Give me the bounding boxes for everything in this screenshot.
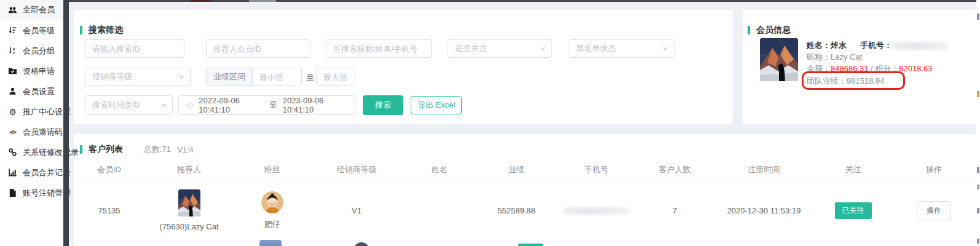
balance-label: 余额： xyxy=(807,64,831,73)
cell-action: 操作 xyxy=(891,181,976,240)
table-row: 75135 (75630)Lazy Cat 肥仔 V1 xyxy=(74,181,976,240)
folder-check-icon xyxy=(8,66,17,76)
clock-icon xyxy=(186,101,193,109)
follow-select[interactable]: 是否关注 xyxy=(448,39,552,58)
keyword-input[interactable] xyxy=(326,40,431,57)
search-id-input[interactable] xyxy=(85,40,184,57)
date-end: 2023-09-06 10:41:10 xyxy=(283,96,347,114)
member-nickname: Lazy Cat xyxy=(831,52,862,62)
link-icon xyxy=(8,148,17,157)
referrer-name: (75630)Lazy Cat xyxy=(159,222,218,231)
users-icon xyxy=(8,6,17,15)
cell-dealer-level: V1 xyxy=(310,181,403,240)
sidebar-item-merge-log[interactable]: 会员合并记录 xyxy=(0,162,63,183)
phone-redacted xyxy=(563,207,630,215)
sidebar: 全部会员 会员等级 AZ 会员分组 资格申请 会员设置 ⚙ 推广中心设置 </>… xyxy=(0,0,63,246)
member-info-panel: 会员信息 姓名：焯水手机号： 昵称：Lazy Cat 余额：848686.31 … xyxy=(743,10,976,124)
performance-range-group: 业绩区间 xyxy=(206,68,302,86)
sidebar-item-label: 全部会员 xyxy=(23,4,55,15)
date-start: 2022-09-06 10:41:10 xyxy=(199,96,263,114)
sidebar-item-invite-code[interactable]: </> 会员邀请码 xyxy=(0,122,63,142)
row-action-button[interactable]: 操作 xyxy=(917,201,951,220)
title-accent-bar xyxy=(80,145,82,154)
referrer-id-input[interactable] xyxy=(207,40,310,57)
next-row-partial-element xyxy=(518,244,543,246)
total-count: 总数:71 xyxy=(144,144,171,155)
member-admin-page: { "sidebar": { "items": [ {"label": "全部会… xyxy=(0,0,980,246)
search-button[interactable]: 搜索 xyxy=(363,95,403,115)
sidebar-item-member-levels[interactable]: 会员等级 xyxy=(0,20,63,41)
sidebar-item-qualification[interactable]: 资格申请 xyxy=(0,61,63,81)
fan-name: 肥仔 xyxy=(264,219,280,230)
cell-phone xyxy=(556,181,636,240)
sidebar-item-relation-chain-log[interactable]: 关系链修改记录 xyxy=(0,142,63,162)
sidebar-item-member-groups[interactable]: AZ 会员分组 xyxy=(0,41,63,61)
team-performance-line: 团队业绩：981518.94 xyxy=(807,76,884,87)
blacklist-select[interactable]: 黑名单状态 xyxy=(569,39,674,58)
performance-max-input-wrap xyxy=(316,68,355,86)
performance-range-label: 业绩区间 xyxy=(207,68,253,85)
referrer-id-input-wrap xyxy=(206,39,310,58)
followed-badge: 已关注 xyxy=(835,202,872,219)
col-member-id: 会员ID xyxy=(74,159,144,181)
sidebar-divider-bar xyxy=(63,0,69,246)
customer-table: 会员ID 推荐人 粉丝 经销商等级 姓名 业绩 手机号 客户人数 注册时间 关注… xyxy=(74,159,976,240)
col-register-time: 注册时间 xyxy=(713,159,815,181)
date-range-picker[interactable]: 2022-09-06 10:41:10 至 2023-09-06 10:41:1… xyxy=(178,95,355,115)
export-excel-button[interactable]: 导出 Excel xyxy=(411,96,462,114)
cell-name xyxy=(403,181,476,240)
sidebar-item-all-members[interactable]: 全部会员 xyxy=(0,0,63,20)
member-info-title: 会员信息 xyxy=(748,25,791,36)
next-row-avatar-partial xyxy=(259,240,282,246)
col-fan: 粉丝 xyxy=(234,159,310,181)
right-edge-window-sliver xyxy=(976,0,980,246)
balance-value: 848686.31 xyxy=(831,64,868,73)
file-icon xyxy=(8,188,17,197)
sidebar-item-label: 关系链修改记录 xyxy=(23,147,79,158)
fan-avatar xyxy=(261,191,283,213)
col-name: 姓名 xyxy=(403,159,476,181)
dealer-level-select[interactable]: 经销商等级 xyxy=(85,68,191,86)
points-value: 62018.63 xyxy=(899,64,932,73)
sidebar-item-label: 会员分组 xyxy=(23,46,55,57)
time-type-select[interactable]: 搜索时间类型 xyxy=(85,95,173,115)
code-icon: </> xyxy=(8,127,17,137)
svg-text:Z: Z xyxy=(13,50,15,55)
gear-icon: ⚙ xyxy=(8,107,17,116)
sidebar-item-promotion-settings[interactable]: ⚙ 推广中心设置 xyxy=(0,101,63,122)
bar-chart-icon xyxy=(8,168,17,177)
col-performance: 业绩 xyxy=(476,159,556,181)
main-content: 搜索筛选 是否关注 黑名单状态 经销商等级 业绩区间 至 xyxy=(69,0,980,246)
date-separator: 至 xyxy=(269,100,277,111)
cell-customer-count: 7 xyxy=(636,181,713,240)
member-balance-line: 余额：848686.31 / 积分：62018.63 xyxy=(807,63,933,74)
keyword-input-wrap xyxy=(326,39,432,58)
window-top-edge xyxy=(69,0,980,2)
sidebar-item-member-settings[interactable]: 会员设置 xyxy=(0,81,63,101)
cell-performance: 552589.88 xyxy=(476,181,556,240)
sort-az-icon: AZ xyxy=(8,46,17,55)
sidebar-item-account-cancellation[interactable]: 账号注销管理 xyxy=(0,183,63,203)
chevron-down-icon xyxy=(662,46,668,52)
col-action: 操作 xyxy=(891,159,976,181)
search-id-input-wrap xyxy=(85,39,184,58)
chevron-down-icon xyxy=(178,74,184,80)
performance-min-input[interactable] xyxy=(253,68,302,85)
referrer-avatar xyxy=(178,189,200,216)
team-performance-value: 981518.94 xyxy=(847,76,884,85)
phone-label: 手机号： xyxy=(860,41,892,50)
customer-list-title: 客户列表 总数:71 V1:4 xyxy=(80,144,194,155)
phone-redacted xyxy=(892,42,949,50)
sidebar-item-label: 会员等级 xyxy=(23,25,55,36)
sidebar-item-label: 资格申请 xyxy=(23,66,55,77)
nickname-label: 昵称： xyxy=(807,52,831,62)
v1-count: V1:4 xyxy=(177,145,194,154)
performance-max-input[interactable] xyxy=(317,68,355,85)
member-name: 焯水 xyxy=(831,41,847,50)
chevron-down-icon xyxy=(540,46,546,52)
member-avatar xyxy=(760,38,798,81)
points-label: 积分： xyxy=(875,64,899,73)
member-name-line: 姓名：焯水手机号： xyxy=(807,40,949,51)
range-to-label: 至 xyxy=(306,72,314,83)
person-icon xyxy=(8,87,17,96)
